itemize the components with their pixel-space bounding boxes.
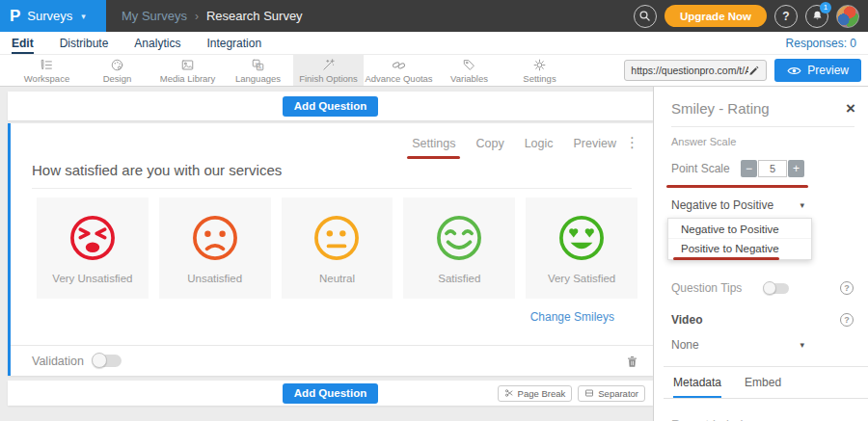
- question-tab-preview[interactable]: Preview: [574, 137, 616, 150]
- point-scale-value[interactable]: [758, 160, 787, 177]
- avatar[interactable]: [836, 5, 859, 28]
- responses-count[interactable]: Responses: 0: [786, 37, 856, 50]
- nav-tab-integration[interactable]: Integration: [206, 32, 261, 54]
- toggle-knob: [763, 281, 776, 295]
- svg-text:A: A: [258, 64, 262, 69]
- decrease-button[interactable]: −: [741, 160, 757, 177]
- question-tab-logic[interactable]: Logic: [525, 137, 554, 150]
- question-card-tabs: SettingsCopyLogicPreview: [412, 137, 616, 150]
- notifications-button[interactable]: 1: [805, 5, 828, 28]
- content-area: Add Question SettingsCopyLogicPreview ⋮ …: [0, 87, 868, 421]
- breadcrumb-current-survey: Research Survey: [206, 9, 303, 23]
- notification-badge: 1: [820, 2, 831, 13]
- smiley-option-very-unsatisfied[interactable]: Very Unsatisfied: [37, 197, 149, 299]
- scale-direction-select[interactable]: Negative to Positive ▾: [671, 198, 868, 212]
- toolbar-item-media-library[interactable]: Media Library: [152, 55, 223, 86]
- add-question-strip-top: Add Question: [8, 92, 653, 120]
- delete-question-button[interactable]: [625, 354, 639, 369]
- toolbar-item-label: Finish Options: [299, 73, 358, 84]
- increase-button[interactable]: +: [788, 160, 804, 177]
- upgrade-now-button[interactable]: Upgrade Now: [665, 5, 767, 27]
- toolbar-item-languages[interactable]: AxLanguages: [223, 55, 293, 86]
- report-label-input[interactable]: [671, 415, 841, 421]
- question-tips-help-icon[interactable]: ?: [840, 281, 854, 295]
- add-question-button-bottom[interactable]: Add Question: [283, 383, 378, 404]
- caret-down-icon: ▾: [800, 340, 804, 350]
- breadcrumb-my-surveys[interactable]: My Surveys: [122, 9, 187, 23]
- toolbar-item-settings[interactable]: Settings: [504, 55, 575, 86]
- smiley-sad-icon: [189, 212, 241, 264]
- question-tips-toggle[interactable]: [764, 283, 789, 294]
- edit-toolbar: WorkspaceDesignMedia LibraryAxLanguagesF…: [0, 55, 868, 87]
- pencil-icon: [748, 65, 760, 76]
- topbar: P Surveys ▾ My Surveys › Research Survey…: [0, 0, 868, 32]
- panel-tab-metadata[interactable]: Metadata: [673, 376, 721, 398]
- smiley-label: Very Unsatisfied: [52, 273, 132, 284]
- design-icon: [110, 58, 124, 72]
- panel-title: Smiley - Rating: [671, 100, 770, 117]
- nav-tab-edit[interactable]: Edit: [12, 32, 34, 54]
- help-button[interactable]: ?: [774, 5, 798, 28]
- toolbar-item-design[interactable]: Design: [82, 55, 152, 86]
- separator-button[interactable]: Separator: [578, 385, 645, 402]
- page-break-button[interactable]: Page Break: [498, 385, 573, 402]
- toolbar-item-label: Languages: [235, 73, 281, 84]
- validation-toggle[interactable]: [93, 355, 122, 367]
- variables-icon: [462, 58, 476, 72]
- nav-tab-analytics[interactable]: Analytics: [134, 32, 180, 54]
- scale-direction-option-negative-to-positive[interactable]: Negative to Positive: [668, 220, 811, 239]
- divider: [671, 126, 854, 127]
- annotation-redline-point-scale: [666, 185, 808, 188]
- toolbar-right: https://questionpro.com/t/A Preview: [624, 55, 868, 86]
- smiley-angry-icon: [67, 212, 119, 264]
- smiley-options-row: Very UnsatisfiedUnsatisfiedNeutralSatisf…: [37, 197, 637, 299]
- question-title[interactable]: How satisfied are you with our services: [32, 162, 632, 189]
- trash-icon: [625, 354, 639, 369]
- report-label-row: [671, 415, 868, 421]
- video-help-icon[interactable]: ?: [840, 313, 854, 327]
- media-library-icon: [180, 58, 195, 72]
- toolbar-item-finish-options[interactable]: Finish Options: [293, 55, 364, 86]
- video-row: Video ?: [671, 313, 868, 327]
- toolbar-item-advance-quotas[interactable]: Advance Quotas: [364, 55, 434, 86]
- toolbar-item-variables[interactable]: Variables: [434, 55, 504, 86]
- smiley-love-icon: [556, 212, 608, 264]
- topbar-actions: Upgrade Now ? 1: [634, 5, 868, 28]
- chevron-down-icon: ▾: [81, 12, 86, 21]
- question-tab-settings[interactable]: Settings: [412, 137, 455, 150]
- smiley-option-satisfied[interactable]: Satisfied: [403, 197, 515, 299]
- toolbar-item-workspace[interactable]: Workspace: [12, 55, 82, 86]
- search-button[interactable]: [634, 5, 657, 28]
- panel-tab-embed[interactable]: Embed: [745, 376, 781, 398]
- search-icon: [638, 10, 651, 22]
- close-panel-button[interactable]: ×: [846, 100, 855, 117]
- question-mark-icon: ?: [782, 10, 789, 23]
- preview-button[interactable]: Preview: [774, 59, 861, 82]
- smiley-option-very-satisfied[interactable]: Very Satisfied: [526, 197, 637, 299]
- smiley-option-neutral[interactable]: Neutral: [282, 197, 393, 299]
- product-switcher[interactable]: P Surveys ▾: [0, 0, 106, 32]
- scissors-icon: [504, 388, 514, 398]
- validation-label: Validation: [32, 355, 84, 368]
- product-switcher-label: Surveys: [27, 9, 72, 23]
- languages-icon: Ax: [251, 58, 265, 72]
- add-question-button-top[interactable]: Add Question: [283, 96, 378, 117]
- smiley-neutral-icon: [311, 212, 363, 264]
- video-select[interactable]: None ▾: [671, 338, 868, 352]
- survey-url-field[interactable]: https://questionpro.com/t/A: [624, 60, 767, 81]
- toolbar-item-label: Media Library: [160, 73, 216, 84]
- breadcrumb: My Surveys › Research Survey: [122, 9, 303, 23]
- nav-tabs: EditDistributeAnalyticsIntegration: [12, 32, 261, 54]
- question-tab-copy[interactable]: Copy: [475, 137, 503, 150]
- survey-nav: EditDistributeAnalyticsIntegration Respo…: [0, 32, 868, 55]
- change-smileys-link[interactable]: Change Smileys: [530, 310, 614, 324]
- question-more-menu[interactable]: ⋮: [625, 134, 639, 151]
- toolbar-item-label: Advance Quotas: [365, 73, 432, 84]
- scale-direction-option-positive-to-negative[interactable]: Positive to Negative: [668, 239, 811, 258]
- smiley-option-unsatisfied[interactable]: Unsatisfied: [159, 197, 271, 299]
- nav-tab-distribute[interactable]: Distribute: [60, 32, 109, 54]
- smiley-happy-icon: [433, 212, 485, 264]
- toolbar-item-label: Variables: [450, 73, 488, 84]
- metadata-embed-tabs: MetadataEmbed: [664, 367, 868, 399]
- workspace-icon: [40, 58, 54, 72]
